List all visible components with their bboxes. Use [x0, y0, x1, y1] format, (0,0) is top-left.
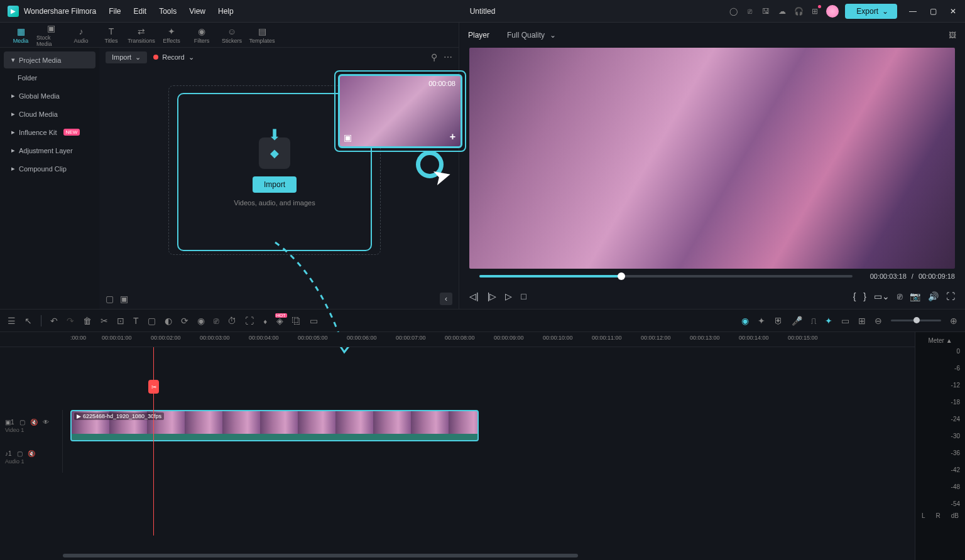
eye-icon[interactable]: 👁 [43, 419, 49, 426]
screen-icon[interactable]: ⎚ [744, 6, 755, 16]
media-content[interactable]: ⬇ ◆ Import Videos, audio, and images 00:… [99, 67, 459, 289]
redo-icon[interactable]: ↷ [67, 316, 74, 326]
headphones-icon[interactable]: 🎧 [793, 6, 804, 16]
frame2-icon[interactable]: ▭ [841, 316, 849, 326]
import-button[interactable]: Import [253, 176, 297, 193]
frame-icon[interactable]: ▢ [148, 316, 156, 326]
export-button[interactable]: Export⌄ [845, 4, 897, 19]
timer-icon[interactable]: ⏱ [227, 316, 236, 326]
mask-icon[interactable]: ◐ [165, 316, 172, 326]
import-dropdown[interactable]: Import⌄ [106, 51, 147, 63]
circle-icon[interactable]: ◯ [728, 6, 738, 16]
tab-filters[interactable]: ◉Filters [187, 23, 216, 48]
tab-templates[interactable]: ▤Templates [248, 23, 276, 48]
lock-icon[interactable]: ▢ [17, 450, 23, 457]
save-icon[interactable]: 🖫 [761, 6, 771, 16]
player-progress[interactable] [479, 275, 853, 277]
player-video[interactable] [469, 48, 955, 269]
next-frame-icon[interactable]: |▷ [488, 291, 497, 301]
zoom-slider[interactable] [891, 320, 941, 321]
close-button[interactable]: ✕ [949, 7, 957, 16]
group-icon[interactable]: ⿻ [292, 316, 301, 326]
timeline-clip[interactable]: ▶6225468-hd_1920_1080_30fps [70, 410, 479, 441]
timeline-scrollbar[interactable] [63, 554, 915, 559]
progress-handle[interactable] [618, 272, 625, 280]
volume-icon[interactable]: 🔊 [928, 291, 939, 301]
tag-icon[interactable]: ⬧ [263, 316, 268, 326]
playhead[interactable]: ✂ [153, 347, 154, 536]
tab-effects[interactable]: ✦Effects [157, 23, 186, 48]
mute-icon[interactable]: 🔇 [28, 450, 35, 457]
scrollbar-thumb[interactable] [63, 554, 578, 557]
keyframe-icon[interactable]: ◈HOT [276, 316, 283, 326]
zoom-in-icon[interactable]: ⊕ [950, 316, 957, 326]
play-icon[interactable]: ▷ [505, 291, 512, 301]
grid-icon[interactable]: ⊞ [858, 316, 866, 326]
menu-view[interactable]: View [189, 7, 205, 16]
cloud-icon[interactable]: ☁ [777, 6, 787, 16]
select-tool-icon[interactable]: ↖ [25, 316, 32, 326]
menu-file[interactable]: File [109, 7, 121, 16]
zoom-handle[interactable] [913, 317, 920, 323]
mic-icon[interactable]: 🎤 [792, 316, 802, 326]
sidebar-item-influence-kit[interactable]: ▸Influence KitNEW [4, 124, 95, 141]
tab-titles[interactable]: TTitles [97, 23, 126, 48]
sidebar-item-adjustment-layer[interactable]: ▸Adjustment Layer [4, 142, 95, 159]
render-icon[interactable]: ▭ [310, 316, 318, 326]
ai-icon[interactable]: ◉ [741, 316, 749, 326]
color-icon[interactable]: ◉ [197, 316, 205, 326]
more-icon[interactable]: ⋯ [444, 52, 452, 62]
menu-edit[interactable]: Edit [134, 7, 147, 16]
camera-icon[interactable]: 📷 [910, 291, 920, 301]
menu-tools[interactable]: Tools [159, 7, 177, 16]
folder-icon[interactable]: ▢ [106, 294, 114, 304]
minimize-button[interactable]: — [908, 7, 917, 16]
shield-icon[interactable]: ⛨ [774, 316, 783, 326]
collapse-sidebar-button[interactable]: ‹ [440, 293, 452, 305]
crop-icon[interactable]: ⊡ [117, 316, 124, 326]
record-dropdown[interactable]: Record⌄ [153, 53, 194, 62]
ratio-icon[interactable]: ▭⌄ [874, 291, 890, 301]
apps-icon[interactable]: ⊞ [810, 6, 820, 16]
prev-frame-icon[interactable]: ◁| [469, 291, 479, 301]
sidebar-item-project-media[interactable]: ▾Project Media [4, 51, 95, 68]
text-icon[interactable]: T [133, 316, 139, 326]
timeline-main[interactable]: ▢ ⊘ :00:00 00:00:01:00 00:00:02:00 00:00… [0, 332, 915, 560]
enhance-icon[interactable]: ✦ [758, 316, 765, 326]
mute-icon[interactable]: 🔇 [30, 419, 38, 426]
timeline-ruler[interactable]: :00:00 00:00:01:00 00:00:02:00 00:00:03:… [0, 332, 915, 347]
mark-in-icon[interactable]: { [853, 291, 856, 301]
player-tab[interactable]: Player [468, 31, 489, 40]
video-track-header[interactable]: ▣1▢🔇👁 Video 1 [0, 410, 63, 441]
tab-media[interactable]: ▦Media [6, 23, 35, 48]
cut-icon[interactable]: ✂ [101, 316, 108, 326]
add-to-timeline-icon[interactable]: + [450, 131, 455, 143]
expand-icon[interactable]: ⛶ [245, 316, 254, 326]
avatar[interactable] [826, 5, 839, 18]
tab-transitions[interactable]: ⇄Transitions [127, 23, 156, 48]
tracks-icon[interactable]: ☰ [8, 316, 16, 326]
snapshot-icon[interactable]: 🖼 [949, 31, 956, 40]
tab-stickers[interactable]: ☺Stickers [217, 23, 246, 48]
audio-track-header[interactable]: ♪1▢🔇 Audio 1 [0, 441, 63, 473]
effects2-icon[interactable]: ✦ [825, 316, 832, 326]
fullscreen-icon[interactable]: ⛶ [946, 291, 955, 301]
adjust-icon[interactable]: ⎚ [214, 316, 219, 326]
undo-icon[interactable]: ↶ [50, 316, 58, 326]
stop-icon[interactable]: □ [521, 291, 526, 301]
delete-icon[interactable]: 🗑 [83, 316, 92, 326]
tab-audio[interactable]: ♪Audio [67, 23, 95, 48]
quality-dropdown[interactable]: Full Quality⌄ [507, 31, 556, 40]
menu-help[interactable]: Help [218, 7, 234, 16]
tab-stock-media[interactable]: ▣Stock Media [36, 23, 65, 48]
sidebar-item-compound-clip[interactable]: ▸Compound Clip [4, 160, 95, 177]
sidebar-item-folder[interactable]: Folder [4, 70, 95, 86]
display-icon[interactable]: ⎚ [897, 291, 902, 301]
media-thumbnail[interactable]: 00:00:08 ▣ + [338, 74, 462, 148]
mark-out-icon[interactable]: } [863, 291, 866, 301]
lock-icon[interactable]: ▢ [19, 419, 25, 426]
speed-icon[interactable]: ⟳ [181, 316, 188, 326]
mixer-icon[interactable]: ⎍ [811, 316, 816, 326]
sidebar-item-global-media[interactable]: ▸Global Media [4, 87, 95, 104]
maximize-button[interactable]: ▢ [929, 7, 937, 16]
